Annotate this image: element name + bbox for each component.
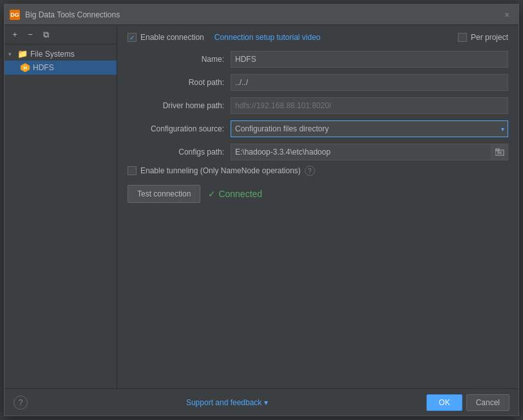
- enable-connection-label: Enable connection: [140, 33, 204, 42]
- enable-connection-container: Enable connection: [128, 33, 204, 42]
- name-row: Name:: [128, 51, 508, 68]
- root-path-row: Root path:: [128, 74, 508, 91]
- configs-path-label: Configs path:: [128, 148, 231, 157]
- connection-status: ✓ Connected: [208, 189, 262, 199]
- title-bar: DG Big Data Tools Connections ×: [5, 5, 518, 25]
- configs-path-browse-button[interactable]: [491, 144, 508, 160]
- add-button[interactable]: +: [8, 28, 21, 41]
- right-panel: Enable connection Connection setup tutor…: [117, 25, 518, 388]
- test-connection-row: Test connection ✓ Connected: [128, 185, 508, 203]
- name-label: Name:: [128, 55, 231, 64]
- tree-item-hdfs[interactable]: H HDFS: [5, 61, 117, 75]
- root-path-input[interactable]: [231, 74, 508, 91]
- per-project-checkbox[interactable]: [458, 33, 467, 42]
- enable-tunneling-checkbox[interactable]: [128, 166, 137, 175]
- config-source-select[interactable]: Configuration files directory Custom con…: [231, 120, 508, 137]
- close-button[interactable]: ×: [500, 8, 513, 21]
- configs-path-input[interactable]: [231, 144, 491, 160]
- hdfs-label: HDFS: [33, 63, 54, 72]
- root-path-label: Root path:: [128, 78, 231, 87]
- tutorial-link[interactable]: Connection setup tutorial video: [214, 33, 321, 42]
- connection-form: Name: Root path: Driver home path: Confi…: [128, 51, 508, 160]
- sidebar-toolbar: + − ⧉: [5, 25, 117, 44]
- tree-category-filesystems[interactable]: ▾ 📁 File Systems: [5, 47, 117, 61]
- config-source-label: Configuration source:: [128, 124, 231, 133]
- configs-path-field: [231, 144, 508, 160]
- support-feedback-link[interactable]: Support and feedback ▾: [186, 398, 268, 407]
- check-icon: ✓: [208, 189, 216, 199]
- sidebar: + − ⧉ ▾ 📁 File Systems H: [5, 25, 117, 388]
- top-options-bar: Enable connection Connection setup tutor…: [128, 33, 508, 42]
- enable-tunneling-label: Enable tunneling (Only NameNode operatio…: [140, 166, 301, 175]
- configs-path-row: Configs path:: [128, 144, 508, 160]
- svg-text:H: H: [23, 66, 26, 70]
- config-source-wrapper: Configuration files directory Custom con…: [231, 120, 508, 137]
- category-label: File Systems: [30, 50, 75, 59]
- ok-button[interactable]: OK: [426, 394, 462, 411]
- per-project-label: Per project: [471, 33, 508, 42]
- config-source-row: Configuration source: Configuration file…: [128, 120, 508, 137]
- bottom-bar: ? Support and feedback ▾ OK Cancel: [5, 388, 518, 415]
- main-content: + − ⧉ ▾ 📁 File Systems H: [5, 25, 518, 388]
- cancel-button[interactable]: Cancel: [466, 394, 509, 411]
- test-connection-button[interactable]: Test connection: [128, 185, 200, 203]
- enable-connection-checkbox[interactable]: [128, 33, 137, 42]
- remove-button[interactable]: −: [24, 28, 37, 41]
- per-project-container: Per project: [458, 33, 508, 42]
- chevron-down-icon: ▾: [8, 51, 15, 57]
- copy-button[interactable]: ⧉: [39, 28, 52, 41]
- driver-home-path-row: Driver home path:: [128, 97, 508, 114]
- driver-home-path-input[interactable]: [231, 97, 508, 114]
- folder-icon: 📁: [17, 49, 28, 59]
- name-input[interactable]: [231, 51, 508, 68]
- help-button[interactable]: ?: [14, 396, 28, 410]
- dialog-buttons: OK Cancel: [426, 394, 509, 411]
- driver-home-path-label: Driver home path:: [128, 101, 231, 110]
- hdfs-icon: H: [20, 62, 30, 73]
- connected-label: Connected: [218, 189, 262, 199]
- tunneling-row: Enable tunneling (Only NameNode operatio…: [128, 166, 508, 176]
- app-logo: DG: [10, 10, 20, 20]
- support-arrow-icon: ▾: [264, 398, 268, 407]
- connection-tree: ▾ 📁 File Systems H HDFS: [5, 44, 117, 388]
- dialog-title: Big Data Tools Connections: [25, 10, 500, 19]
- tunneling-help-icon[interactable]: ?: [305, 166, 315, 176]
